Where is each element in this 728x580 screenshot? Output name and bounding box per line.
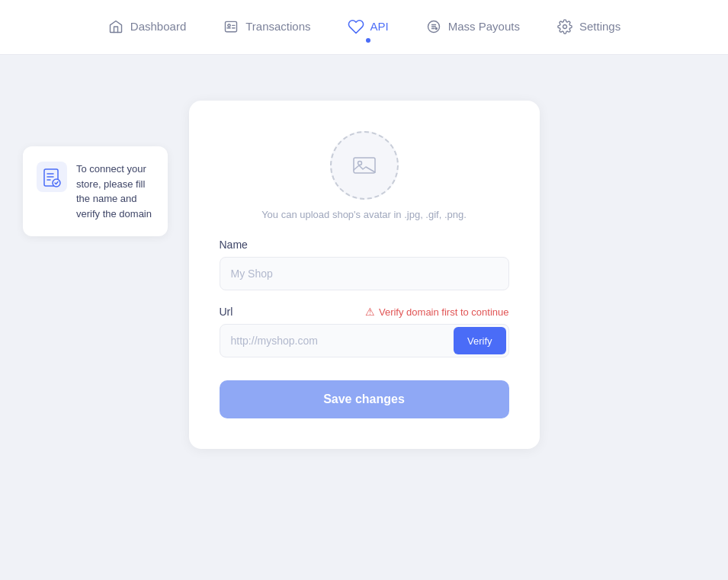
nav-mass-payouts-label: Mass Payouts (448, 20, 520, 33)
mass-payouts-icon (425, 18, 442, 35)
nav-dashboard-label: Dashboard (130, 20, 186, 33)
url-label: Url (220, 306, 233, 318)
svg-point-15 (358, 162, 361, 165)
nav-dashboard[interactable]: Dashboard (107, 18, 186, 37)
name-input[interactable] (220, 257, 509, 290)
tooltip-text: To connect your store, please fill the n… (76, 162, 154, 221)
nav-api[interactable]: API (348, 18, 389, 37)
verify-notice: ⚠ Verify domain first to continue (365, 306, 509, 318)
nav-settings-label: Settings (579, 20, 621, 33)
url-input-wrapper: Verify (220, 324, 509, 357)
avatar-hint-text: You can upload shop's avatar in .jpg, .g… (261, 209, 467, 220)
navigation: Dashboard Transactions API (0, 0, 728, 55)
store-connect-icon (37, 162, 67, 192)
svg-point-6 (435, 27, 437, 29)
save-changes-button[interactable]: Save changes (220, 380, 509, 418)
svg-point-1 (228, 24, 230, 26)
tooltip-card: To connect your store, please fill the n… (23, 146, 168, 236)
url-field-group: Url ⚠ Verify domain first to continue Ve… (220, 306, 509, 357)
active-indicator (366, 38, 370, 43)
nav-mass-payouts[interactable]: Mass Payouts (425, 18, 520, 37)
name-field-group: Name (220, 239, 509, 290)
avatar-upload-area[interactable] (330, 131, 399, 200)
svg-rect-0 (226, 21, 237, 31)
nav-transactions-label: Transactions (245, 20, 310, 33)
svg-point-7 (563, 24, 566, 28)
image-placeholder-icon (352, 153, 377, 178)
name-label: Name (220, 239, 509, 251)
warning-icon: ⚠ (365, 306, 375, 318)
home-icon (107, 18, 124, 35)
nav-transactions[interactable]: Transactions (223, 18, 310, 37)
api-icon (348, 18, 364, 35)
verify-button[interactable]: Verify (454, 327, 506, 354)
verify-notice-text: Verify domain first to continue (379, 306, 509, 318)
store-form-card: You can upload shop's avatar in .jpg, .g… (189, 101, 540, 449)
nav-settings[interactable]: Settings (556, 18, 621, 37)
transactions-icon (223, 18, 239, 35)
store-form: Name Url ⚠ Verify domain first to contin… (220, 239, 509, 418)
settings-icon (556, 18, 573, 35)
main-content: To connect your store, please fill the n… (0, 55, 728, 580)
nav-api-label: API (370, 20, 389, 33)
url-label-row: Url ⚠ Verify domain first to continue (220, 306, 509, 318)
